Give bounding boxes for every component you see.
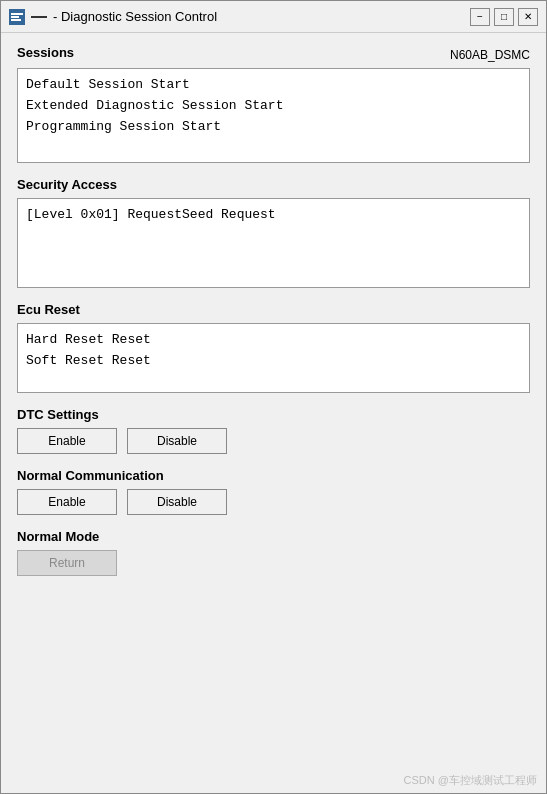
svg-rect-1 bbox=[11, 13, 23, 15]
session-item-2[interactable]: Programming Session Start bbox=[26, 117, 521, 138]
sessions-header: Sessions N60AB_DSMC bbox=[17, 45, 530, 64]
svg-rect-2 bbox=[11, 16, 19, 18]
dtc-enable-button[interactable]: Enable bbox=[17, 428, 117, 454]
dtc-settings-section: DTC Settings Enable Disable bbox=[17, 407, 530, 454]
session-item-1[interactable]: Extended Diagnostic Session Start bbox=[26, 96, 521, 117]
ecu-reset-label: Ecu Reset bbox=[17, 302, 530, 317]
dtc-settings-label: DTC Settings bbox=[17, 407, 530, 422]
window-controls: − □ ✕ bbox=[470, 8, 538, 26]
normal-communication-section: Normal Communication Enable Disable bbox=[17, 468, 530, 515]
normal-comm-disable-button[interactable]: Disable bbox=[127, 489, 227, 515]
ecu-reset-listbox[interactable]: Hard Reset Reset Soft Reset Reset bbox=[17, 323, 530, 393]
ecu-reset-section: Ecu Reset Hard Reset Reset Soft Reset Re… bbox=[17, 302, 530, 393]
sessions-badge: N60AB_DSMC bbox=[450, 48, 530, 62]
normal-comm-button-row: Enable Disable bbox=[17, 489, 530, 515]
close-button[interactable]: ✕ bbox=[518, 8, 538, 26]
svg-rect-3 bbox=[11, 19, 21, 21]
minimize-button[interactable]: − bbox=[470, 8, 490, 26]
ecu-item-0[interactable]: Hard Reset Reset bbox=[26, 330, 521, 351]
restore-button[interactable]: □ bbox=[494, 8, 514, 26]
session-item-0[interactable]: Default Session Start bbox=[26, 75, 521, 96]
title-bar: - Diagnostic Session Control − □ ✕ bbox=[1, 1, 546, 33]
normal-mode-button-row: Return bbox=[17, 550, 530, 576]
security-access-label: Security Access bbox=[17, 177, 530, 192]
title-bar-left: - Diagnostic Session Control bbox=[9, 9, 217, 25]
security-access-listbox[interactable]: [Level 0x01] RequestSeed Request bbox=[17, 198, 530, 288]
sessions-listbox[interactable]: Default Session Start Extended Diagnosti… bbox=[17, 68, 530, 163]
watermark: CSDN @车控域测试工程师 bbox=[404, 773, 537, 788]
sessions-label: Sessions bbox=[17, 45, 74, 60]
security-item-0[interactable]: [Level 0x01] RequestSeed Request bbox=[26, 205, 521, 226]
app-icon bbox=[9, 9, 25, 25]
normal-mode-section: Normal Mode Return bbox=[17, 529, 530, 576]
main-window: - Diagnostic Session Control − □ ✕ Sessi… bbox=[0, 0, 547, 794]
normal-mode-return-button: Return bbox=[17, 550, 117, 576]
dtc-button-row: Enable Disable bbox=[17, 428, 530, 454]
window-title: - Diagnostic Session Control bbox=[53, 9, 217, 24]
normal-comm-enable-button[interactable]: Enable bbox=[17, 489, 117, 515]
ecu-item-1[interactable]: Soft Reset Reset bbox=[26, 351, 521, 372]
app-name-label bbox=[31, 16, 47, 18]
dtc-disable-button[interactable]: Disable bbox=[127, 428, 227, 454]
normal-communication-label: Normal Communication bbox=[17, 468, 530, 483]
normal-mode-label: Normal Mode bbox=[17, 529, 530, 544]
security-access-section: Security Access [Level 0x01] RequestSeed… bbox=[17, 177, 530, 288]
main-content: Sessions N60AB_DSMC Default Session Star… bbox=[1, 33, 546, 793]
